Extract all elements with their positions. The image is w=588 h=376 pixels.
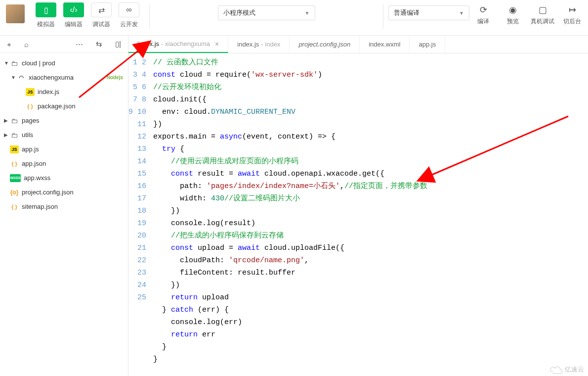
editor-tabs: index.js- xiaochengxuma× index.js- index… (128, 36, 588, 53)
tree-folder-xiaochengxuma[interactable]: ▼xiaochengxumaNodejs (0, 70, 128, 85)
js-icon: JS (10, 145, 19, 153)
switch-icon: ↦ (558, 2, 586, 17)
cloud-icon: ∞ (119, 2, 139, 17)
eye-icon: ◉ (499, 2, 527, 17)
phone-icon: ▯ (36, 2, 56, 17)
tab-index-wxml[interactable]: index.wxml (360, 36, 410, 53)
folder-icon (10, 59, 19, 67)
phone-debug-icon: ▢ (529, 2, 556, 17)
split-icon[interactable]: ▯| (115, 40, 121, 48)
file-explorer: + ⌕ ⋯ ⇆ ▯| ▼cloud | prod ▼xiaochengxumaN… (0, 36, 128, 376)
tree-file-sitemap[interactable]: { }sitemap.json (0, 199, 128, 214)
nodejs-badge: Nodejs (107, 75, 123, 80)
simulator-button[interactable]: ▯ 模拟器 (34, 2, 58, 29)
cloud-dev-button[interactable]: ∞ 云开发 (117, 2, 141, 29)
sidebar-toolbar: + ⌕ ⋯ ⇆ ▯| (0, 36, 128, 53)
json-icon: { } (10, 160, 19, 168)
tab-project-config[interactable]: project.config.json (290, 36, 360, 53)
tree-folder-cloud[interactable]: ▼cloud | prod (0, 56, 128, 70)
tab-index-js-xiaochengxuma[interactable]: index.js- xiaochengxuma× (128, 36, 228, 53)
folder-icon (10, 117, 19, 125)
cloud-folder-icon (17, 74, 26, 82)
search-icon[interactable]: ⌕ (24, 40, 29, 48)
tree-folder-pages[interactable]: ▶pages (0, 113, 128, 128)
compile-select[interactable]: 普通编译▼ (388, 5, 469, 20)
json-icon: { } (26, 102, 35, 110)
tree-file-index-js[interactable]: JSindex.js (0, 85, 128, 99)
code-content[interactable]: // 云函数入口文件 const cloud = require('wx-ser… (153, 56, 588, 366)
remote-debug-button[interactable]: ▢真机调试 (529, 2, 556, 26)
chevron-down-icon: ▼ (459, 10, 464, 16)
more-icon[interactable]: ⋯ (76, 40, 83, 48)
code-editor[interactable]: 1 2 3 4 5 6 7 8 9 10 11 12 13 14 15 16 1… (128, 53, 588, 366)
tab-index-js-index[interactable]: index.js- index (228, 36, 290, 53)
config-icon: {o} (10, 188, 19, 196)
editor-area: index.js- xiaochengxuma× index.js- index… (128, 36, 588, 376)
preview-button[interactable]: ◉预览 (499, 2, 527, 26)
folder-icon (10, 131, 19, 139)
json-icon: { } (10, 203, 19, 211)
js-icon: JS (26, 88, 35, 96)
compile-button[interactable]: ⟳编译 (469, 2, 497, 26)
close-icon[interactable]: × (215, 40, 219, 48)
avatar[interactable] (6, 4, 25, 23)
tree-folder-utils[interactable]: ▶utils (0, 128, 128, 142)
wxss-icon: WXSS (10, 174, 21, 182)
collapse-icon[interactable]: ⇆ (96, 40, 102, 48)
editor-button[interactable]: ‹/› 编辑器 (61, 2, 86, 29)
debugger-button[interactable]: ⇄ 调试器 (89, 2, 114, 29)
watermark: 亿速云 (549, 365, 584, 374)
tree-file-project-config[interactable]: {o}project.config.json (0, 185, 128, 199)
mode-select[interactable]: 小程序模式▼ (218, 5, 315, 20)
tab-app-js[interactable]: app.js (410, 36, 445, 53)
tree-file-package-json[interactable]: { }package.json (0, 99, 128, 113)
top-toolbar: ▯ 模拟器 ‹/› 编辑器 ⇄ 调试器 ∞ 云开发 小程序模式▼ 普通编译▼ ⟳… (0, 0, 588, 36)
add-icon[interactable]: + (7, 40, 11, 48)
tree-file-app-js[interactable]: JSapp.js (0, 142, 128, 156)
tree-file-app-json[interactable]: { }app.json (0, 156, 128, 171)
chevron-down-icon: ▼ (305, 10, 310, 16)
tree-file-app-wxss[interactable]: WXSSapp.wxss (0, 171, 128, 185)
settings-icon: ⇄ (91, 2, 112, 17)
switch-bg-button[interactable]: ↦切后台 (558, 2, 586, 26)
line-gutter: 1 2 3 4 5 6 7 8 9 10 11 12 13 14 15 16 1… (128, 56, 153, 366)
refresh-icon: ⟳ (469, 2, 497, 17)
code-icon: ‹/› (63, 2, 84, 17)
